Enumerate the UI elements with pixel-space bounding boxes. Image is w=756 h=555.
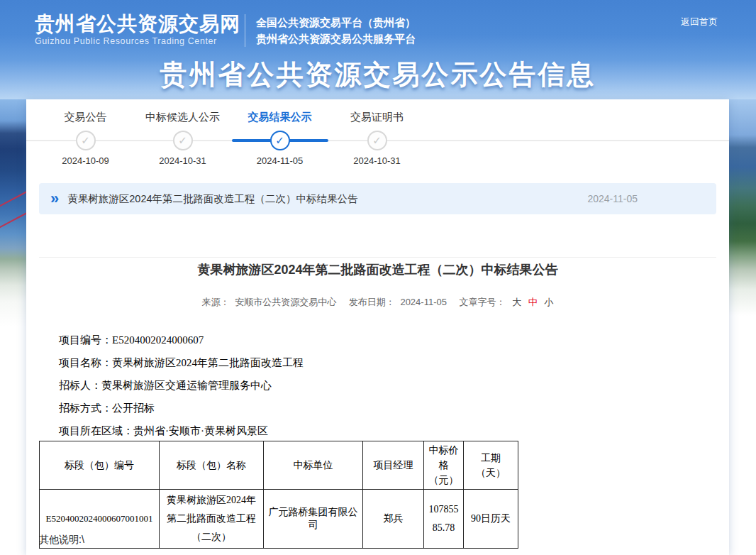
background-photo-left xyxy=(0,99,26,555)
cell-project-manager: 郑兵 xyxy=(363,490,424,549)
field-label: 项目编号： xyxy=(59,334,112,346)
field-tenderer: 招标人：黄果树旅游区交通运输管理服务中心 xyxy=(59,374,697,397)
field-label: 招标人： xyxy=(59,380,101,391)
field-tender-method: 招标方式：公开招标 xyxy=(59,397,697,419)
step-date: 2024-10-31 xyxy=(328,155,426,166)
field-value: E5204002024000607 xyxy=(112,334,204,346)
source-label: 来源： xyxy=(202,296,230,309)
field-project-number: 项目编号：E5204002024000607 xyxy=(59,329,697,351)
publish-date-label: 发布日期： xyxy=(349,296,395,309)
col-header-winning-bidder: 中标单位 xyxy=(264,441,363,490)
other-notes: 其他说明:\ xyxy=(39,534,84,546)
platform-line1: 全国公共资源交易平台（贵州省） xyxy=(256,14,416,31)
field-value: 贵州省·安顺市·黄果树风景区 xyxy=(133,425,268,436)
step-winner-candidate-publicity[interactable]: 中标候选人公示 ✓ 2024-10-31 xyxy=(134,110,231,175)
field-project-name: 项目名称：黄果树旅游区2024年第二批路面改造工程 xyxy=(59,351,697,374)
field-label: 项目所在区域： xyxy=(59,425,133,436)
cell-winning-bidder: 广元路桥集团有限公司 xyxy=(264,490,363,549)
announcement-bar[interactable]: » 黄果树旅游区2024年第二批路面改造工程（二次）中标结果公告 2024-11… xyxy=(39,183,716,214)
bridge-cable-decor xyxy=(0,206,26,233)
check-icon: ✓ xyxy=(76,131,96,150)
cell-bid-price: 10785585.78 xyxy=(424,490,464,549)
platform-line2: 贵州省公共资源交易公共服务平台 xyxy=(256,31,416,47)
project-fields: 项目编号：E5204002024000607 项目名称：黄果树旅游区2024年第… xyxy=(59,329,697,442)
publish-date-value: 2024-11-05 xyxy=(400,297,447,307)
field-value: 黄果树旅游区2024年第二批路面改造工程 xyxy=(112,357,304,368)
content-card: 交易公告 ✓ 2024-10-09 中标候选人公示 ✓ 2024-10-31 交… xyxy=(26,99,729,555)
cell-duration: 90日历天 xyxy=(464,490,518,549)
article-meta: 来源： 安顺市公共资源交易中心 发布日期： 2024-11-05 文章字号： 大… xyxy=(26,296,729,309)
bridge-cable-decor xyxy=(0,185,26,211)
field-label: 项目名称： xyxy=(59,357,112,368)
font-size-label: 文章字号： xyxy=(460,296,506,309)
step-trade-result-publicity[interactable]: 交易结果公示 ✓ 2024-11-05 xyxy=(231,110,328,175)
step-date: 2024-10-31 xyxy=(134,155,231,166)
table-header-row: 标段（包）编号 标段（包）名称 中标单位 项目经理 中标价格（元） 工期（天） xyxy=(40,441,518,490)
double-arrow-icon: » xyxy=(50,191,59,207)
col-header-section-number: 标段（包）编号 xyxy=(40,441,160,490)
step-label: 中标候选人公示 xyxy=(134,110,231,124)
col-header-bid-price: 中标价格（元） xyxy=(424,441,464,490)
platform-names: 全国公共资源交易平台（贵州省） 贵州省公共资源交易公共服务平台 xyxy=(256,14,416,47)
background-photo-right xyxy=(729,99,756,555)
field-project-region: 项目所在区域：贵州省·安顺市·黄果树风景区 xyxy=(59,419,697,442)
font-size-large-button[interactable]: 大 xyxy=(512,296,521,309)
announcement-title[interactable]: 黄果树旅游区2024年第二批路面改造工程（二次）中标结果公告 xyxy=(67,192,357,206)
site-logo-subtitle: Guizhou Public Resources Trading Center xyxy=(35,36,217,46)
page-title: 贵州省公共资源交易公示公告信息 xyxy=(0,57,756,93)
step-date: 2024-10-09 xyxy=(37,155,134,166)
col-header-project-manager: 项目经理 xyxy=(363,441,424,490)
step-trade-announcement[interactable]: 交易公告 ✓ 2024-10-09 xyxy=(37,110,134,175)
table-row: E5204002024000607001001 黄果树旅游区2024年第二批路面… xyxy=(40,490,518,549)
section-divider xyxy=(39,257,716,258)
font-size-small-button[interactable]: 小 xyxy=(544,296,553,309)
source-value: 安顺市公共资源交易中心 xyxy=(235,296,336,309)
back-home-link[interactable]: 返回首页 xyxy=(681,16,718,28)
step-trade-certificate[interactable]: 交易证明书 ✓ 2024-10-31 xyxy=(328,110,426,175)
announcement-date: 2024-11-05 xyxy=(587,193,638,204)
logo-divider xyxy=(245,14,245,47)
step-date: 2024-11-05 xyxy=(231,155,328,166)
check-icon: ✓ xyxy=(270,131,290,150)
step-label: 交易证明书 xyxy=(328,110,426,124)
field-label: 招标方式： xyxy=(59,402,112,414)
col-header-section-name: 标段（包）名称 xyxy=(160,441,264,490)
check-icon: ✓ xyxy=(173,131,193,150)
bid-result-table: 标段（包）编号 标段（包）名称 中标单位 项目经理 中标价格（元） 工期（天） … xyxy=(39,441,518,549)
cell-section-name: 黄果树旅游区2024年第二批路面改造工程（二次） xyxy=(160,490,264,549)
field-value: 公开招标 xyxy=(112,402,155,414)
check-icon: ✓ xyxy=(367,131,387,150)
font-size-medium-button[interactable]: 中 xyxy=(528,296,538,309)
article-title: 黄果树旅游区2024年第二批路面改造工程（二次）中标结果公告 xyxy=(26,261,729,278)
step-label: 交易结果公示 xyxy=(231,110,328,124)
step-label: 交易公告 xyxy=(37,110,134,124)
col-header-duration: 工期（天） xyxy=(464,441,518,490)
site-logo-title: 贵州省公共资源交易网 xyxy=(35,11,240,38)
field-value: 黄果树旅游区交通运输管理服务中心 xyxy=(101,380,272,391)
